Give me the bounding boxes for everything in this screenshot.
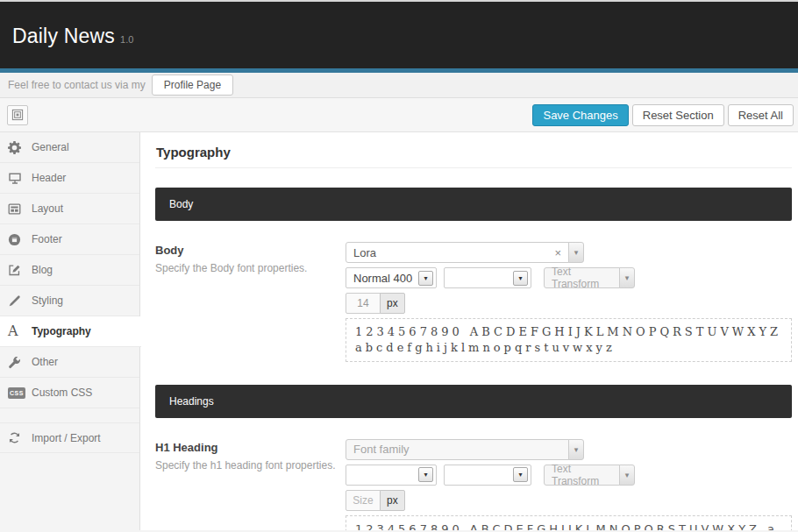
option-description: Specify the h1 heading font properties. (155, 459, 346, 472)
text-transform-placeholder[interactable]: Text Transform (544, 267, 620, 288)
font-subset-select[interactable] (444, 465, 531, 486)
dropdown-arrow-button[interactable] (619, 267, 635, 288)
main-area: General Header Layout Footer Blog Stylin (0, 132, 798, 530)
dropdown-arrow-button[interactable] (568, 439, 584, 460)
font-style-row: Text Transform (346, 465, 792, 486)
text-transform-combobox: Text Transform (544, 465, 635, 486)
font-family-combobox: × (346, 242, 584, 263)
font-style-row: Normal 400 Text Transform (346, 267, 792, 288)
font-variant-select[interactable]: Normal 400 (346, 267, 437, 288)
font-variant-select[interactable] (346, 465, 437, 486)
sidebar-item-label: Typography (32, 325, 91, 337)
sidebar-item-typography[interactable]: A Typography (0, 316, 141, 347)
sidebar-item-label: Footer (32, 233, 62, 245)
nested-squares-icon (11, 109, 24, 121)
sidebar-item-other[interactable]: Other (0, 347, 139, 378)
font-family-combobox (346, 439, 584, 460)
sidebar-item-label: Header (32, 172, 66, 184)
dropdown-arrow-button[interactable] (619, 465, 635, 486)
option-label: Body (155, 244, 346, 257)
option-label-block: Body Specify the Body font properties. (155, 242, 346, 362)
size-unit-label: px (380, 490, 405, 511)
font-subset-select[interactable] (444, 267, 531, 288)
contact-bar: Feel free to contact us via my Profile P… (0, 73, 798, 98)
sidebar-item-label: Custom CSS (32, 387, 92, 399)
font-variant-value: Normal 400 (353, 272, 412, 285)
brush-icon (8, 294, 32, 308)
sidebar-item-footer[interactable]: Footer (0, 224, 139, 255)
option-row-body: Body Specify the Body font properties. ×… (155, 242, 792, 362)
sidebar-item-label: General (32, 141, 69, 153)
reset-all-button[interactable]: Reset All (728, 104, 794, 126)
save-changes-button[interactable]: Save Changes (532, 104, 628, 126)
font-preview-body: 1234567890 ABCDEFGHIJKLMNOPQRSTUVWXYZ ab… (346, 318, 792, 362)
layout-grid-icon (8, 202, 32, 216)
theme-masthead: Daily News 1.0 (0, 2, 798, 68)
sidebar-item-label: Styling (32, 294, 63, 307)
options-content: Typography Body Body Specify the Body fo… (140, 132, 798, 530)
font-size-row: px (346, 293, 792, 314)
size-unit-label: px (380, 293, 405, 314)
monitor-icon (8, 172, 32, 185)
sidebar-item-header[interactable]: Header (0, 163, 139, 194)
sidebar-item-custom-css[interactable]: CSS Custom CSS (0, 378, 139, 408)
font-family-input[interactable] (353, 443, 563, 456)
page-title: Typography (155, 143, 792, 168)
font-family-input-wrap (346, 439, 569, 460)
sidebar-item-styling[interactable]: Styling (0, 286, 139, 316)
browser-circle-icon (8, 233, 32, 246)
font-size-input[interactable] (346, 293, 381, 314)
select-arrow-icon (418, 467, 433, 482)
section-bar-headings: Headings (155, 385, 792, 418)
toolbar-buttons: Save Changes Reset Section Reset All (532, 104, 794, 126)
sidebar-item-import-export[interactable]: Import / Export (0, 422, 139, 453)
panel-layout-toggle-button[interactable] (7, 105, 28, 125)
sidebar-item-general[interactable]: General (0, 132, 139, 163)
select-arrow-icon (513, 271, 528, 286)
contact-message: Feel free to contact us via my (8, 79, 146, 91)
option-label-block: H1 Heading Specify the h1 heading font p… (155, 439, 346, 530)
reset-section-button[interactable]: Reset Section (632, 104, 724, 126)
text-transform-placeholder[interactable]: Text Transform (544, 465, 620, 486)
sidebar-item-label: Other (32, 356, 58, 368)
select-arrow-icon (418, 271, 433, 286)
option-label: H1 Heading (155, 441, 346, 454)
refresh-arrows-icon (8, 431, 32, 444)
text-transform-combobox: Text Transform (544, 267, 635, 288)
option-controls: Text Transform px 1234567890 ABCDEFGHIJK… (346, 439, 792, 530)
font-size-input[interactable] (346, 490, 381, 511)
font-family-input[interactable] (353, 246, 552, 259)
profile-page-button[interactable]: Profile Page (152, 74, 233, 96)
font-family-input-wrap: × (346, 242, 569, 263)
edit-square-icon (8, 264, 32, 277)
letter-a-icon: A (8, 324, 32, 338)
option-description: Specify the Body font properties. (155, 262, 346, 274)
dropdown-arrow-button[interactable] (568, 242, 584, 263)
clear-selection-icon[interactable]: × (552, 247, 563, 259)
sidebar-item-layout[interactable]: Layout (0, 194, 139, 224)
option-controls: × Normal 400 (346, 242, 792, 362)
section-bar-body: Body (155, 188, 792, 221)
sidebar-item-blog[interactable]: Blog (0, 255, 139, 286)
sidebar-group-spacer (0, 408, 139, 422)
sidebar-item-label: Layout (32, 202, 63, 215)
theme-version: 1.0 (120, 34, 133, 45)
option-row-h1-heading: H1 Heading Specify the h1 heading font p… (155, 439, 792, 530)
select-arrow-icon (513, 467, 528, 482)
css-badge-icon: CSS (8, 387, 32, 399)
options-sidebar: General Header Layout Footer Blog Stylin (0, 132, 140, 530)
gear-icon (8, 141, 32, 154)
font-preview-h1: 1234567890 ABCDEFGHIJKLMNOPQRSTUVWXYZ ab… (346, 515, 792, 530)
theme-options-screen: Daily News 1.0 Feel free to contact us v… (0, 0, 798, 532)
sidebar-item-label: Import / Export (32, 432, 101, 444)
font-size-row: px (346, 490, 792, 511)
sidebar-item-label: Blog (32, 264, 53, 276)
theme-title: Daily News (12, 25, 115, 48)
options-toolbar: Save Changes Reset Section Reset All (0, 98, 798, 132)
wrench-icon (8, 356, 32, 369)
